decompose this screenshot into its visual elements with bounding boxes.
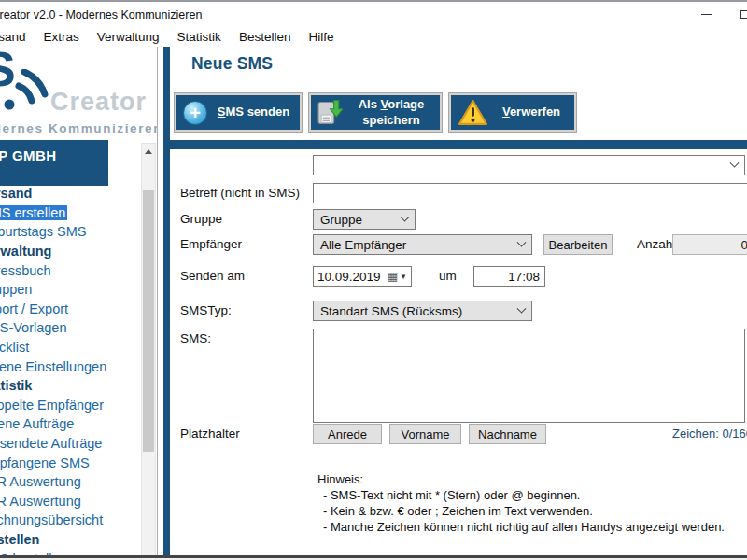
senden-am-label: Senden am <box>180 269 245 283</box>
sidebar-section-statistik: Statistik <box>0 376 141 396</box>
scrollbar-thumb[interactable] <box>143 190 154 452</box>
account-line: : <box>0 163 108 175</box>
menu-versand[interactable]: Versand <box>0 30 26 44</box>
menu-hilfe[interactable]: Hilfe <box>308 30 333 44</box>
vorname-button[interactable]: Vorname <box>389 424 461 444</box>
sidebar-item-rechnungsübersicht[interactable]: Rechnungsübersicht <box>0 511 141 530</box>
sidebar-item-doppelte-empfänger[interactable]: Doppelte Empfänger <box>0 396 141 415</box>
sms-senden-label: SMS senden <box>214 105 293 119</box>
sidebar-item-sms-erstellen[interactable]: SMS erstellen <box>0 203 141 223</box>
title-bar: SMS Creator v2.0 - Modernes Kommuniziere… <box>0 2 747 27</box>
sidebar-section-verwaltung: Verwaltung <box>0 242 141 261</box>
main-panel: Neue SMS + SMS senden Als Vorlage speich… <box>159 47 747 555</box>
app-window: SMS Creator v2.0 - Modernes Kommuniziere… <box>0 0 747 556</box>
sidebar-item-adressbuch[interactable]: Adressbuch <box>0 260 141 280</box>
dropdown-arrow-icon: ▼ <box>400 273 407 281</box>
um-label: um <box>439 269 457 283</box>
sms-textarea[interactable] <box>313 329 745 423</box>
chevron-up-icon <box>145 149 152 154</box>
sidebar-item-sms-bestellen[interactable]: SMS bestellen <box>0 549 141 555</box>
chevron-down-icon <box>517 237 527 246</box>
sidebar-item-dlr-auswertung[interactable]: DLR Auswertung <box>0 492 141 511</box>
time-input[interactable] <box>473 266 545 287</box>
nachname-button[interactable]: Nachname <box>469 424 546 444</box>
sidebar-splitter <box>157 47 158 555</box>
separator-band <box>163 140 747 149</box>
app-logo: S Creator Modernes Kommunizieren <box>0 47 157 140</box>
platzhalter-label: Platzhalter <box>180 427 240 441</box>
als-vorlage-speichern-button[interactable]: Als Vorlage speichern <box>309 93 442 132</box>
menu-verwaltung[interactable]: Verwaltung <box>97 30 160 44</box>
smstyp-label: SMSTyp: <box>180 303 232 317</box>
maximize-icon <box>740 10 747 19</box>
betreff-input[interactable] <box>313 183 747 203</box>
content-left-edge <box>163 47 170 555</box>
sidebar-nav: VersandSMS erstellenGeburtstags SMSVerwa… <box>0 184 141 555</box>
hint-line: - Manche Zeichen können nicht richtig au… <box>317 519 725 535</box>
smstyp-select[interactable]: Standart SMS (Rücksms) <box>313 301 532 321</box>
anzahl-field: 0 <box>672 234 747 255</box>
anzahl-label: Anzahl <box>637 237 675 251</box>
hint-block: Hinweis: - SMS-Text nicht mit * (Stern) … <box>317 471 725 535</box>
gruppe-select[interactable]: Gruppe <box>313 209 416 230</box>
char-counter: Zeichen: 0/160 <box>654 427 747 441</box>
warning-triangle-icon <box>458 99 488 126</box>
sidebar: S Creator Modernes Kommunizieren KP GMBH… <box>0 47 157 555</box>
sidebar-item-versendete-aufträge[interactable]: Versendete Aufträge <box>0 434 141 454</box>
account-header: KP GMBH : <box>0 140 108 186</box>
anrede-button[interactable]: Anrede <box>313 424 382 444</box>
menu-extras[interactable]: Extras <box>44 30 79 44</box>
menu-statistik[interactable]: Statistik <box>177 30 221 44</box>
als-vorlage-speichern-label: Als Vorlage speichern <box>349 97 433 128</box>
sidebar-item-gruppen[interactable]: Gruppen <box>0 280 141 300</box>
date-picker[interactable]: 10.09.2019 ▦ ▼ <box>313 266 412 287</box>
sidebar-item-import-export[interactable]: Import / Export <box>0 300 141 319</box>
sidebar-item-offene-aufträge[interactable]: Offene Aufträge <box>0 414 141 434</box>
company-name: KP GMBH <box>0 140 108 163</box>
maximize-button[interactable] <box>728 2 747 27</box>
sidebar-section-bestellen: Bestellen <box>0 530 141 550</box>
minimize-icon <box>701 14 712 15</box>
screen: SMS Creator v2.0 - Modernes Kommuniziere… <box>0 0 747 560</box>
sidebar-item-geburtstags-sms[interactable]: Geburtstags SMS <box>0 222 141 242</box>
betreff-label: Betreff (nicht in SMS) <box>180 186 300 200</box>
verwerfen-button[interactable]: Verwerfen <box>449 93 576 132</box>
signal-waves-icon <box>0 69 50 119</box>
sms-senden-button[interactable]: + SMS senden <box>175 93 302 132</box>
gruppe-label: Gruppe <box>180 212 222 226</box>
chevron-down-icon <box>730 158 740 167</box>
plus-icon: + <box>183 101 207 125</box>
hint-line: - SMS-Text nicht mit * (Stern) oder @ be… <box>317 487 725 503</box>
hint-title: Hinweis: <box>317 471 725 487</box>
hint-line: - Kein & bzw. € oder ; Zeichen im Text v… <box>317 503 725 519</box>
chevron-down-icon <box>517 303 527 313</box>
verwerfen-label: Verwerfen <box>495 105 568 119</box>
bearbeiten-button[interactable]: Bearbeiten <box>543 234 613 255</box>
sidebar-item-eigene-einstellungen[interactable]: Eigene Einstellungen <box>0 357 141 376</box>
save-template-icon <box>317 99 343 127</box>
sidebar-item-empfangene-sms[interactable]: Empfangene SMS <box>0 453 141 472</box>
menu-bestellen[interactable]: Bestellen <box>239 30 291 44</box>
chevron-down-icon <box>401 212 410 221</box>
minimize-button[interactable] <box>689 2 723 27</box>
page-title: Neue SMS <box>191 54 273 74</box>
menu-bar: VersandExtrasVerwaltungStatistikBestelle… <box>0 27 747 47</box>
sidebar-section-versand: Versand <box>0 184 141 203</box>
window-title: SMS Creator v2.0 - Modernes Kommuniziere… <box>0 8 202 21</box>
logo-tagline: Modernes Kommunizieren <box>0 121 157 135</box>
template-select[interactable] <box>313 155 745 175</box>
sidebar-item-hlr-auswertung[interactable]: HLR Auswertung <box>0 472 141 492</box>
sms-label: SMS: <box>180 331 211 345</box>
sidebar-item-blacklist[interactable]: Blacklist <box>0 338 141 357</box>
logo-name: Creator <box>50 88 147 117</box>
scroll-up-button[interactable] <box>142 144 155 159</box>
window-bottom-border <box>0 555 747 558</box>
sidebar-item-sms-vorlagen[interactable]: SMS-Vorlagen <box>0 318 141 338</box>
empfaenger-label: Empfänger <box>180 237 242 251</box>
empfaenger-select[interactable]: Alle Empfänger <box>313 234 532 255</box>
sidebar-scrollbar[interactable] <box>141 143 156 560</box>
calendar-icon: ▦ <box>388 270 398 283</box>
